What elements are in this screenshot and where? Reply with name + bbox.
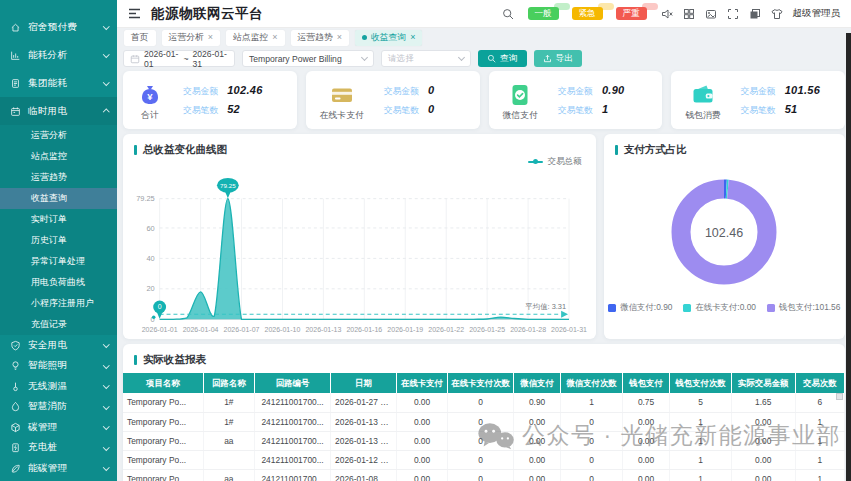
count-value: 52	[227, 103, 240, 115]
screenshot-icon[interactable]	[705, 8, 717, 20]
line-chart-legend[interactable]: 交易总额	[528, 156, 581, 168]
tab-item[interactable]: 站点监控×	[226, 30, 284, 46]
sidebar-menu: 宿舍预付费能耗分析集团能耗临时用电运营分析站点监控运营趋势收益查询实时订单历史订…	[0, 0, 117, 479]
count-label: 交易笔数	[384, 105, 419, 117]
alarm-badge[interactable]: 紧急	[572, 7, 603, 20]
table-cell: 2026-01-13 13...	[331, 412, 397, 431]
svg-text:20: 20	[146, 284, 154, 293]
svg-text:2026-01-07: 2026-01-07	[224, 326, 260, 333]
legend-label: 微信支付:0.90	[620, 302, 672, 313]
sidebar-subitem[interactable]: 站点监控	[0, 146, 117, 167]
donut-legend-item[interactable]: 钱包支付:101.56	[767, 302, 840, 313]
tab-item[interactable]: 首页	[124, 30, 156, 46]
close-icon[interactable]: ×	[337, 33, 342, 42]
stat-card-title: 在线卡支付	[320, 110, 364, 122]
count-label: 交易笔数	[558, 105, 593, 117]
chevron-down-icon	[361, 53, 368, 60]
tab-item[interactable]: 收益查询×	[355, 30, 422, 46]
table-cell: 0.00	[731, 412, 795, 431]
search-icon[interactable]	[502, 8, 514, 20]
donut-chart: 102.46	[604, 160, 845, 298]
table-cell: 1	[670, 469, 732, 481]
table-row[interactable]: Temporary Po...aa241211001700...2026-01-…	[123, 469, 845, 481]
grid-icon[interactable]	[683, 8, 695, 20]
search-button[interactable]: 查询	[478, 50, 527, 67]
column-header: 在线卡支付	[396, 373, 447, 393]
close-icon[interactable]: ×	[272, 33, 277, 42]
sidebar-item-label: 无线测温	[28, 380, 67, 393]
table-cell: 1	[795, 431, 844, 450]
sidebar-subitem[interactable]: 异常订单处理	[0, 251, 117, 272]
count-label: 交易笔数	[740, 105, 775, 117]
sidebar-subitem[interactable]: 收益查询	[0, 188, 117, 209]
table-row[interactable]: Temporary Po...1#241211001700...2026-01-…	[123, 412, 845, 431]
table-row[interactable]: Temporary Po...aa241211001700...2026-01-…	[123, 431, 845, 450]
column-header: 钱包支付	[622, 373, 669, 393]
secondary-select[interactable]: 请选择	[381, 50, 471, 67]
alarm-badge[interactable]: 严重	[616, 7, 647, 20]
amount-value: 102.46	[227, 84, 262, 96]
stat-card: 在线卡支付交易金额0交易笔数0	[306, 71, 480, 129]
donut-legend-item[interactable]: 微信支付:0.90	[608, 302, 672, 313]
table-cell: 0.75	[622, 393, 669, 412]
tab-label: 运营趋势	[298, 32, 333, 44]
donut-legend-item[interactable]: 在线卡支付:0.00	[683, 302, 756, 313]
sidebar-item[interactable]: 充电桩	[0, 438, 117, 459]
table-cell: 0	[561, 469, 623, 481]
line-chart: 020406079.252026-01-012026-01-042026-01-…	[123, 160, 596, 339]
sidebar-item[interactable]: 能耗分析	[0, 41, 117, 69]
sidebar-subitem[interactable]: 运营分析	[0, 125, 117, 146]
table-cell: 0	[448, 469, 514, 481]
table-cell: 241211001700...	[255, 431, 331, 450]
donut-chart-title: 支付方式占比	[604, 134, 845, 160]
table-scrollbar-corner[interactable]	[836, 393, 843, 400]
table-cell: 0.00	[513, 469, 560, 481]
menu-collapse-icon[interactable]	[128, 8, 141, 19]
sidebar-subitem[interactable]: 小程序注册用户	[0, 293, 117, 314]
table-cell: 0	[561, 450, 623, 469]
close-icon[interactable]: ×	[410, 33, 415, 42]
sidebar-item-label: 智慧消防	[28, 400, 67, 413]
table-cell: 2026-01-12 12...	[331, 450, 397, 469]
user-name[interactable]: 超级管理员	[793, 7, 841, 20]
svg-text:2026-01-16: 2026-01-16	[346, 326, 382, 333]
alarm-badge[interactable]: 一般	[528, 7, 559, 20]
sidebar-subitem[interactable]: 历史订单	[0, 230, 117, 251]
table-cell: 1	[795, 469, 844, 481]
sidebar-item[interactable]: 智慧消防	[0, 397, 117, 418]
sidebar-subitem[interactable]: 充值记录	[0, 314, 117, 335]
tab-item[interactable]: 运营趋势×	[291, 30, 349, 46]
close-icon[interactable]: ×	[208, 33, 213, 42]
billing-type-select[interactable]: Temporary Power Billing	[242, 50, 374, 67]
column-header: 项目名称	[123, 373, 203, 393]
svg-text:2026-01-31: 2026-01-31	[551, 326, 587, 333]
sidebar-item[interactable]: 临时用电	[0, 97, 117, 125]
table-cell: 241211001700...	[255, 450, 331, 469]
sidebar-item[interactable]: 碳管理	[0, 417, 117, 438]
table-cell: 1#	[203, 393, 254, 412]
table-cell: 0	[561, 412, 623, 431]
table-row[interactable]: Temporary Po...241211001700...2026-01-12…	[123, 450, 845, 469]
theme-tshirt-icon[interactable]	[771, 8, 783, 20]
mute-icon[interactable]	[661, 8, 673, 20]
tab-item[interactable]: 运营分析×	[162, 30, 220, 46]
app-title: 能源物联网云平台	[151, 5, 263, 23]
bulb-icon	[9, 360, 21, 372]
sidebar-subitem[interactable]: 实时订单	[0, 209, 117, 230]
table-cell: 0	[448, 393, 514, 412]
layers-icon[interactable]	[749, 8, 761, 20]
sidebar-subitem[interactable]: 用电负荷曲线	[0, 272, 117, 293]
export-button[interactable]: 导出	[534, 50, 583, 67]
sidebar-item[interactable]: 集团能耗	[0, 69, 117, 97]
sidebar-subitem[interactable]: 运营趋势	[0, 167, 117, 188]
sidebar-item[interactable]: 无线测温	[0, 376, 117, 397]
column-header: 回路名称	[203, 373, 254, 393]
table-cell: 2026-01-27 0...	[331, 393, 397, 412]
date-range-input[interactable]: 2026-01-01 ~ 2026-01-31	[123, 50, 235, 67]
sidebar-item[interactable]: 宿舍预付费	[0, 13, 117, 41]
sidebar-item[interactable]: 智能照明	[0, 356, 117, 377]
table-row[interactable]: Temporary Po...1#241211001700...2026-01-…	[123, 393, 845, 412]
fullscreen-icon[interactable]	[727, 8, 739, 20]
sidebar-item[interactable]: 能碳管理	[0, 458, 117, 479]
sidebar-item[interactable]: 安全用电	[0, 335, 117, 356]
